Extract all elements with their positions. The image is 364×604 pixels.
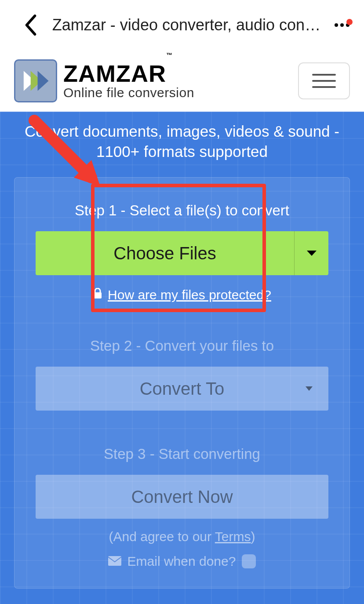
terms-row: (And agree to our Terms) bbox=[36, 529, 328, 544]
caret-down-icon bbox=[307, 251, 317, 256]
files-protected-link[interactable]: How are my files protected? bbox=[93, 287, 271, 302]
svg-marker-6 bbox=[307, 251, 317, 256]
terms-link[interactable]: Terms bbox=[215, 529, 251, 544]
back-button[interactable] bbox=[18, 15, 44, 36]
svg-marker-5 bbox=[38, 71, 49, 91]
files-protected-text: How are my files protected? bbox=[108, 287, 271, 302]
step1-label: Step 1 - Select a file(s) to convert bbox=[36, 202, 328, 219]
hero-section: Convert documents, images, videos & soun… bbox=[0, 112, 364, 604]
site-header: ZAMZAR™ Online file conversion bbox=[0, 50, 364, 112]
logo-tagline: Online file conversion bbox=[63, 85, 194, 100]
svg-point-1 bbox=[340, 23, 344, 27]
notification-dot-icon bbox=[346, 19, 353, 25]
hamburger-icon bbox=[312, 74, 336, 76]
choose-files-dropdown-button[interactable] bbox=[294, 231, 328, 275]
logo-brand: ZAMZAR™ bbox=[63, 62, 194, 85]
page-title: Zamzar - video converter, audio con… bbox=[44, 16, 329, 34]
svg-rect-7 bbox=[94, 292, 102, 298]
hamburger-menu-button[interactable] bbox=[298, 62, 350, 99]
logo-mark-icon bbox=[14, 59, 57, 102]
email-when-done-row: Email when done? bbox=[36, 554, 328, 569]
email-icon bbox=[108, 554, 121, 569]
choose-files-row: Choose Files bbox=[36, 231, 328, 275]
chevron-left-icon bbox=[25, 15, 37, 36]
svg-rect-9 bbox=[108, 556, 121, 566]
step2-label: Step 2 - Convert your files to bbox=[36, 338, 328, 354]
email-when-done-label: Email when done? bbox=[127, 554, 236, 569]
email-when-done-checkbox[interactable] bbox=[242, 554, 256, 568]
lock-icon bbox=[93, 287, 102, 302]
logo[interactable]: ZAMZAR™ Online file conversion bbox=[14, 59, 194, 102]
convert-to-select[interactable]: Convert To bbox=[36, 367, 328, 411]
logo-text: ZAMZAR™ Online file conversion bbox=[63, 62, 194, 100]
convert-now-button[interactable]: Convert Now bbox=[36, 475, 328, 519]
svg-marker-8 bbox=[306, 386, 313, 391]
choose-files-button[interactable]: Choose Files bbox=[36, 231, 294, 275]
step3-label: Step 3 - Start converting bbox=[36, 446, 328, 462]
svg-point-0 bbox=[335, 23, 338, 27]
caret-down-icon bbox=[306, 385, 313, 393]
hero-text: Convert documents, images, videos & soun… bbox=[0, 121, 364, 161]
more-menu-button[interactable] bbox=[329, 23, 355, 27]
convert-card: Step 1 - Select a file(s) to convert Cho… bbox=[14, 177, 350, 589]
browser-top-bar: Zamzar - video converter, audio con… bbox=[0, 0, 364, 50]
convert-to-label: Convert To bbox=[140, 379, 225, 399]
